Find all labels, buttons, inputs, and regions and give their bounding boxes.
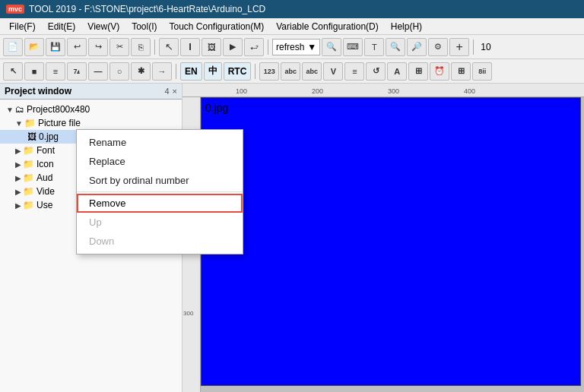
- tb-new[interactable]: 📄: [3, 38, 23, 56]
- tree-picture-file[interactable]: ▼ 📁 Picture file: [0, 116, 182, 130]
- icon-expand-icon: ▶: [15, 160, 21, 169]
- design-canvas[interactable]: [201, 97, 581, 386]
- tb2-rtc[interactable]: RTC: [224, 62, 252, 81]
- sep2: [268, 40, 268, 55]
- tree-font-label: Font: [36, 145, 55, 156]
- page-number: 10: [478, 42, 494, 52]
- tb2-table[interactable]: ≡: [344, 62, 364, 81]
- menu-tool[interactable]: Tool(I): [125, 20, 163, 33]
- tb2-abc[interactable]: abc: [281, 62, 300, 81]
- tb-keyboard[interactable]: ⌨: [343, 38, 363, 56]
- tb2-circle[interactable]: ○: [110, 62, 129, 81]
- ctx-down[interactable]: Down: [77, 232, 243, 251]
- tree-video-label: Vide: [36, 186, 55, 197]
- ctx-rename[interactable]: Rename: [77, 133, 243, 152]
- tb2-8ii[interactable]: 8ii: [472, 62, 492, 81]
- ruler-left-300: 300: [183, 310, 193, 317]
- tree-root-label: Project800x480: [27, 104, 90, 115]
- ruler-mark-100: 100: [236, 87, 247, 95]
- tree-root[interactable]: ▼ 🗂 Project800x480: [0, 103, 182, 116]
- jpg-file-icon: 🖼: [27, 131, 36, 142]
- tb2-abc2[interactable]: abc: [302, 62, 322, 81]
- menu-file[interactable]: File(F): [3, 20, 42, 33]
- tb2-rect[interactable]: ■: [24, 62, 44, 81]
- project-close-btn[interactable]: ×: [173, 87, 177, 96]
- tb2-arrow2[interactable]: →: [152, 62, 172, 81]
- ruler-mark-200: 200: [312, 87, 323, 95]
- ctx-sort[interactable]: Sort by ordinal number: [77, 171, 243, 190]
- ctx-remove[interactable]: Remove: [77, 194, 243, 213]
- toolbar-row-2: ↖ ■ ≡ 7₄ — ○ ✱ → EN 中 RTC 123 abc abc V …: [0, 59, 584, 84]
- font-expand-icon: ▶: [15, 147, 21, 155]
- tb2-v[interactable]: V: [323, 62, 343, 81]
- tb2-en[interactable]: EN: [180, 62, 202, 81]
- aud-expand-icon: ▶: [15, 174, 21, 182]
- video-expand-icon: ▶: [15, 188, 21, 196]
- picture-folder-icon: 📁: [24, 118, 36, 128]
- tb-img[interactable]: 🖼: [202, 38, 221, 56]
- menu-touch[interactable]: Touch Configuration(M): [163, 20, 271, 33]
- menu-variable[interactable]: Variable Configuration(D): [270, 20, 385, 33]
- tb2-data[interactable]: ⊞: [451, 62, 471, 81]
- tb-text[interactable]: I: [180, 38, 200, 56]
- tb2-line[interactable]: —: [88, 62, 108, 81]
- menu-edit[interactable]: Edit(E): [42, 20, 82, 33]
- tb2-num[interactable]: 7₄: [67, 62, 87, 81]
- project-pin-btn[interactable]: 4: [164, 87, 169, 96]
- ctx-sep: [77, 191, 243, 192]
- tb-plus[interactable]: +: [449, 38, 469, 56]
- menu-help[interactable]: Help(H): [385, 20, 428, 33]
- project-window: Project window 4 × ▼ 🗂 Project800x480 ▼ …: [0, 84, 182, 392]
- refresh-dropdown[interactable]: refresh ▼: [272, 39, 320, 55]
- main-area: Project window 4 × ▼ 🗂 Project800x480 ▼ …: [0, 84, 584, 392]
- tb-comp[interactable]: ▶: [223, 38, 243, 56]
- project-window-header: Project window 4 ×: [0, 84, 182, 100]
- root-folder-icon: 🗂: [15, 104, 24, 115]
- menu-view[interactable]: View(V): [81, 20, 125, 33]
- tb-text2[interactable]: T: [364, 38, 384, 56]
- icon-folder-icon: 📁: [23, 159, 34, 169]
- tb-cut[interactable]: ✂: [110, 38, 129, 56]
- sep3: [473, 40, 474, 55]
- tb-cursor[interactable]: ↖: [159, 38, 179, 56]
- root-expand-icon: ▼: [6, 106, 14, 114]
- dropdown-arrow[interactable]: ▼: [307, 42, 316, 52]
- tb2-zh[interactable]: 中: [204, 62, 222, 81]
- tb2-list[interactable]: ≡: [46, 62, 65, 81]
- user-folder-icon: 📁: [23, 200, 34, 210]
- tb2-select[interactable]: ↖: [3, 62, 23, 81]
- tb2-rotate[interactable]: ↺: [366, 62, 386, 81]
- tb-zoom-out[interactable]: 🔎: [407, 38, 427, 56]
- tb-open[interactable]: 📂: [24, 38, 44, 56]
- tree-user-label: Use: [36, 200, 52, 210]
- tb-search[interactable]: 🔍: [322, 38, 341, 56]
- sep5: [255, 64, 256, 79]
- title-bar: mvc TOOL 2019 - F:\STONE\project\6-Heart…: [0, 0, 584, 18]
- tb2-clock[interactable]: ⏰: [430, 62, 449, 81]
- tb2-font[interactable]: A: [387, 62, 407, 81]
- font-folder-icon: 📁: [23, 145, 34, 156]
- tb2-star[interactable]: ✱: [131, 62, 151, 81]
- canvas-filename-label: 0.jpg: [205, 102, 228, 114]
- video-folder-icon: 📁: [23, 186, 34, 197]
- ruler-mark-300: 300: [388, 87, 399, 95]
- tb-redo[interactable]: ↪: [88, 38, 108, 56]
- tb-copy[interactable]: ⎘: [131, 38, 151, 56]
- user-expand-icon: ▶: [15, 201, 21, 210]
- ctx-up[interactable]: Up: [77, 213, 243, 232]
- context-menu: Rename Replace Sort by ordinal number Re…: [76, 129, 243, 254]
- tb-zoom-in[interactable]: 🔍: [386, 38, 405, 56]
- toolbar-row-1: 📄 📂 💾 ↩ ↪ ✂ ⎘ ↖ I 🖼 ▶ ⮐ refresh ▼ 🔍 ⌨ T …: [0, 35, 584, 59]
- tb-settings[interactable]: ⚙: [428, 38, 448, 56]
- sep1: [154, 40, 155, 55]
- tree-audio-label: Aud: [36, 172, 52, 183]
- tb2-grid[interactable]: ⊞: [408, 62, 428, 81]
- tb-undo[interactable]: ↩: [67, 38, 87, 56]
- tb-save[interactable]: 💾: [46, 38, 65, 56]
- window-title: TOOL 2019 - F:\STONE\project\6-HeartRate…: [29, 4, 265, 14]
- tb2-123[interactable]: 123: [259, 62, 279, 81]
- audio-folder-icon: 📁: [23, 172, 34, 183]
- tb-arrow[interactable]: ⮐: [244, 38, 264, 56]
- ctx-replace[interactable]: Replace: [77, 152, 243, 171]
- ruler-top: 100 200 300 400: [182, 84, 584, 97]
